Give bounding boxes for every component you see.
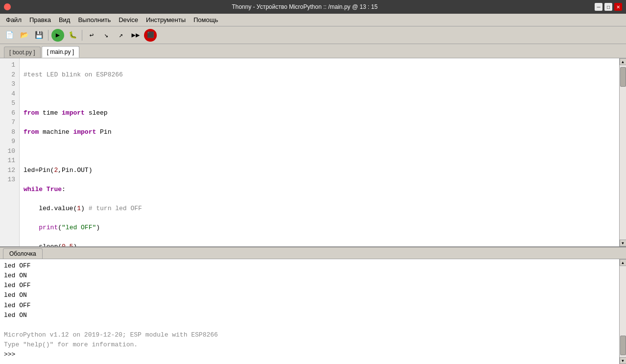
editor-scrollbar[interactable]: ▲ ▼ <box>619 58 626 246</box>
toolbar: 📄 📂 💾 ▶ 🐛 ↩ ↘ ↗ ▶▶ ⬛ <box>0 26 626 44</box>
shell-line-6: led ON <box>4 312 27 319</box>
step-over-button[interactable]: ↩ <box>85 29 98 42</box>
menu-run[interactable]: Выполнить <box>74 15 115 24</box>
shell-scrollbar-track[interactable] <box>620 266 626 357</box>
shell-line-3: led OFF <box>4 282 31 289</box>
shell-line-4: led ON <box>4 291 27 299</box>
shell-line-2: led ON <box>4 272 27 279</box>
tab-boot-py[interactable]: [ boot.py ] <box>4 47 41 58</box>
shell-section: Оболочка led OFF led ON led OFF led ON l… <box>0 246 626 364</box>
shell-info-2: Type "help()" for more information. <box>4 341 138 348</box>
shell-output[interactable]: led OFF led ON led OFF led ON led OFF le… <box>0 259 619 364</box>
scrollbar-up-button[interactable]: ▲ <box>620 58 626 65</box>
title-bar: Thonny - Устройство MicroPython :: /main… <box>0 0 626 14</box>
menu-file[interactable]: Файл <box>2 15 25 24</box>
close-button[interactable]: ✕ <box>614 3 622 11</box>
shell-info-1: MicroPython v1.12 on 2019-12-20; ESP mod… <box>4 331 218 339</box>
menu-edit[interactable]: Правка <box>25 15 55 24</box>
window-controls: ─ □ ✕ <box>595 3 622 11</box>
shell-tab-bar: Оболочка <box>0 247 626 259</box>
editor-area: 1 2 3 4 5 6 7 8 9 10 11 12 13 #test LED … <box>0 58 626 246</box>
save-file-button[interactable]: 💾 <box>32 29 45 42</box>
shell-scrollbar-thumb[interactable] <box>620 336 626 355</box>
step-into-button[interactable]: ↘ <box>100 29 113 42</box>
shell-scrollbar-up[interactable]: ▲ <box>620 259 626 266</box>
code-editor[interactable]: #test LED blink on ESP8266 from time imp… <box>20 58 619 246</box>
shell-scrollbar-down[interactable]: ▼ <box>620 357 626 364</box>
minimize-button[interactable]: ─ <box>595 3 602 11</box>
resume-button[interactable]: ▶▶ <box>129 29 142 42</box>
debug-button[interactable]: 🐛 <box>66 29 79 42</box>
toolbar-separator-1 <box>48 30 48 41</box>
tab-main-py[interactable]: [ main.py ] <box>42 46 79 58</box>
shell-content: led OFF led ON led OFF led ON led OFF le… <box>0 259 626 364</box>
shell-tab[interactable]: Оболочка <box>3 248 43 259</box>
editor-tabs: [ boot.py ] [ main.py ] <box>0 44 626 58</box>
menu-tools[interactable]: Инструменты <box>142 15 190 24</box>
maximize-button[interactable]: □ <box>604 3 612 11</box>
scrollbar-track[interactable] <box>620 65 626 240</box>
menu-help[interactable]: Помощь <box>190 15 222 24</box>
toolbar-separator-2 <box>82 30 82 41</box>
scrollbar-thumb[interactable] <box>620 67 626 87</box>
menu-view[interactable]: Вид <box>55 15 74 24</box>
app-icon <box>4 3 11 10</box>
menu-bar: Файл Правка Вид Выполнить Device Инструм… <box>0 14 626 26</box>
open-file-button[interactable]: 📂 <box>18 29 30 42</box>
new-file-button[interactable]: 📄 <box>3 29 16 42</box>
scrollbar-down-button[interactable]: ▼ <box>620 240 626 246</box>
shell-prompt[interactable]: >>> <box>4 351 15 358</box>
title-bar-text: Thonny - Устройство MicroPython :: /main… <box>15 3 595 10</box>
run-button[interactable]: ▶ <box>51 29 64 42</box>
shell-scrollbar[interactable]: ▲ ▼ <box>619 259 626 364</box>
line-numbers: 1 2 3 4 5 6 7 8 9 10 11 12 13 <box>0 58 20 246</box>
menu-device[interactable]: Device <box>115 15 142 24</box>
shell-line-5: led OFF <box>4 302 31 309</box>
stop-button[interactable]: ⬛ <box>144 29 157 42</box>
step-out-button[interactable]: ↗ <box>115 29 127 42</box>
shell-line-1: led OFF <box>4 262 31 269</box>
